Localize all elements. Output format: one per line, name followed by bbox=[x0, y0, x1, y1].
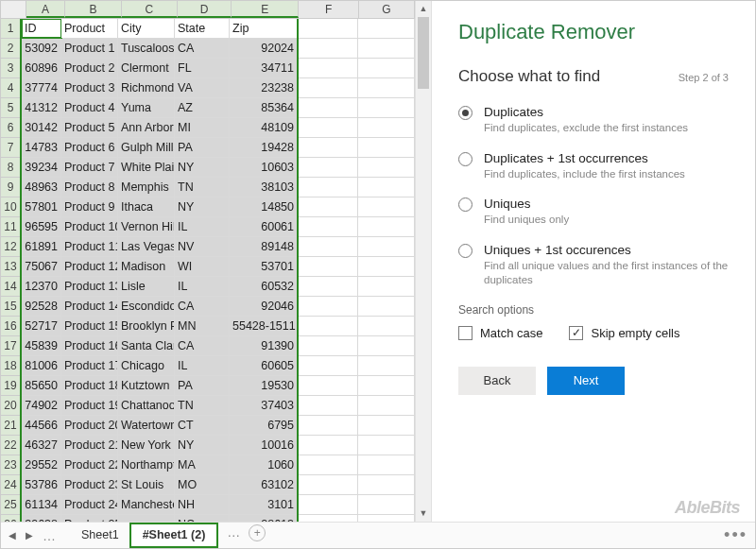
cell[interactable]: 12370 bbox=[22, 277, 61, 296]
cell[interactable]: 19530 bbox=[230, 376, 298, 395]
col-header-B[interactable]: B bbox=[65, 1, 121, 18]
cell[interactable] bbox=[298, 59, 358, 77]
cell[interactable]: 38103 bbox=[230, 178, 298, 197]
cell[interactable] bbox=[298, 416, 358, 435]
cell[interactable]: CA bbox=[175, 297, 230, 316]
cell[interactable] bbox=[298, 118, 358, 137]
cell[interactable]: FL bbox=[175, 59, 230, 77]
cell[interactable]: 61891 bbox=[22, 237, 61, 256]
cell[interactable]: Gulph Mills bbox=[118, 138, 175, 157]
cell[interactable] bbox=[358, 277, 415, 296]
cell[interactable] bbox=[358, 257, 415, 276]
cell[interactable] bbox=[298, 197, 358, 216]
cell[interactable]: TN bbox=[175, 396, 230, 415]
cell[interactable]: PA bbox=[175, 138, 230, 157]
scroll-up-icon[interactable]: ▲ bbox=[416, 1, 431, 17]
cell[interactable]: Product 13 bbox=[61, 277, 118, 296]
col-header-A[interactable]: A bbox=[26, 1, 66, 18]
col-header-C[interactable]: C bbox=[122, 1, 178, 18]
cell[interactable] bbox=[358, 217, 415, 236]
cell[interactable] bbox=[298, 257, 358, 276]
row-header[interactable]: 20 bbox=[1, 396, 22, 416]
cell[interactable]: ID bbox=[22, 19, 61, 38]
cell[interactable] bbox=[298, 515, 358, 522]
cell[interactable]: 52717 bbox=[22, 317, 61, 335]
cell[interactable]: MN bbox=[175, 317, 230, 335]
row-header[interactable]: 22 bbox=[1, 436, 22, 455]
cell[interactable]: NY bbox=[175, 158, 230, 177]
cell[interactable]: NH bbox=[175, 495, 230, 514]
cell[interactable] bbox=[298, 178, 358, 197]
row-header[interactable]: 8 bbox=[1, 158, 22, 178]
cell[interactable] bbox=[298, 297, 358, 316]
cell[interactable]: 92046 bbox=[230, 297, 298, 316]
select-all-corner[interactable] bbox=[1, 1, 26, 18]
cell[interactable]: WI bbox=[175, 257, 230, 276]
cell[interactable]: Madison bbox=[118, 257, 175, 276]
cell[interactable] bbox=[358, 178, 415, 197]
cell[interactable]: New York bbox=[118, 436, 175, 455]
back-button[interactable]: Back bbox=[458, 367, 536, 395]
row-header[interactable]: 25 bbox=[1, 495, 22, 515]
row-header[interactable]: 16 bbox=[1, 317, 22, 336]
cell[interactable]: IL bbox=[175, 277, 230, 296]
row-header[interactable]: 21 bbox=[1, 416, 22, 436]
cell[interactable]: 46327 bbox=[22, 436, 61, 455]
vertical-scrollbar[interactable]: ▲ ▼ bbox=[415, 1, 431, 522]
cell[interactable] bbox=[358, 436, 415, 455]
row-header[interactable]: 4 bbox=[1, 78, 22, 98]
cell[interactable] bbox=[358, 495, 415, 514]
cell[interactable]: Northampton bbox=[118, 455, 175, 474]
nav-prev-icon[interactable]: ◀ bbox=[9, 530, 16, 540]
option-0[interactable]: DuplicatesFind duplicates, exclude the f… bbox=[458, 105, 729, 136]
cell[interactable] bbox=[358, 455, 415, 474]
cell[interactable]: 53786 bbox=[22, 475, 61, 494]
cell[interactable]: Product 25 bbox=[61, 515, 118, 522]
cell[interactable]: Product 3 bbox=[61, 78, 118, 97]
cell[interactable]: 60896 bbox=[22, 59, 61, 77]
cell[interactable]: NY bbox=[175, 436, 230, 455]
cell[interactable]: 10603 bbox=[230, 158, 298, 177]
cell[interactable]: CA bbox=[175, 336, 230, 355]
row-header[interactable]: 11 bbox=[1, 217, 22, 237]
cell[interactable]: Watertown bbox=[118, 416, 175, 435]
cell[interactable]: Product 7 bbox=[61, 158, 118, 177]
cell[interactable]: 10016 bbox=[230, 436, 298, 455]
cell[interactable] bbox=[298, 158, 358, 177]
cell[interactable]: CA bbox=[175, 39, 230, 58]
cell[interactable]: 6795 bbox=[230, 416, 298, 435]
bottom-right-menu-icon[interactable]: ••• bbox=[724, 525, 747, 545]
cell[interactable] bbox=[298, 138, 358, 157]
cell[interactable] bbox=[298, 475, 358, 494]
cell[interactable] bbox=[298, 436, 358, 455]
cell[interactable]: Product 24 bbox=[61, 495, 118, 514]
cell[interactable]: Chattanooga bbox=[118, 396, 175, 415]
cell[interactable] bbox=[358, 98, 415, 117]
cell[interactable] bbox=[298, 19, 358, 38]
row-header[interactable]: 10 bbox=[1, 197, 22, 217]
cell[interactable]: Brooklyn Park bbox=[118, 317, 175, 335]
cell[interactable]: Zip bbox=[230, 19, 298, 38]
row-header[interactable]: 12 bbox=[1, 237, 22, 257]
cell[interactable]: Product 21 bbox=[61, 436, 118, 455]
cell[interactable] bbox=[358, 237, 415, 256]
row-header[interactable]: 9 bbox=[1, 178, 22, 197]
cell[interactable]: 37403 bbox=[230, 396, 298, 415]
cell[interactable] bbox=[298, 455, 358, 474]
cell[interactable] bbox=[358, 396, 415, 415]
cell[interactable]: 48109 bbox=[230, 118, 298, 137]
row-header[interactable]: 18 bbox=[1, 356, 22, 376]
cell[interactable] bbox=[358, 376, 415, 395]
cell[interactable]: Product 17 bbox=[61, 356, 118, 375]
cell[interactable] bbox=[358, 297, 415, 316]
cell[interactable]: Tuscaloosa bbox=[118, 39, 175, 58]
col-header-F[interactable]: F bbox=[299, 1, 358, 18]
scroll-down-icon[interactable]: ▼ bbox=[416, 506, 431, 522]
cell[interactable]: 63102 bbox=[230, 475, 298, 494]
cell[interactable] bbox=[298, 336, 358, 355]
cell[interactable]: Escondido bbox=[118, 297, 175, 316]
cell[interactable]: 3101 bbox=[230, 495, 298, 514]
cell[interactable] bbox=[358, 336, 415, 355]
cell[interactable]: 53701 bbox=[230, 257, 298, 276]
row-header[interactable]: 3 bbox=[1, 59, 22, 78]
